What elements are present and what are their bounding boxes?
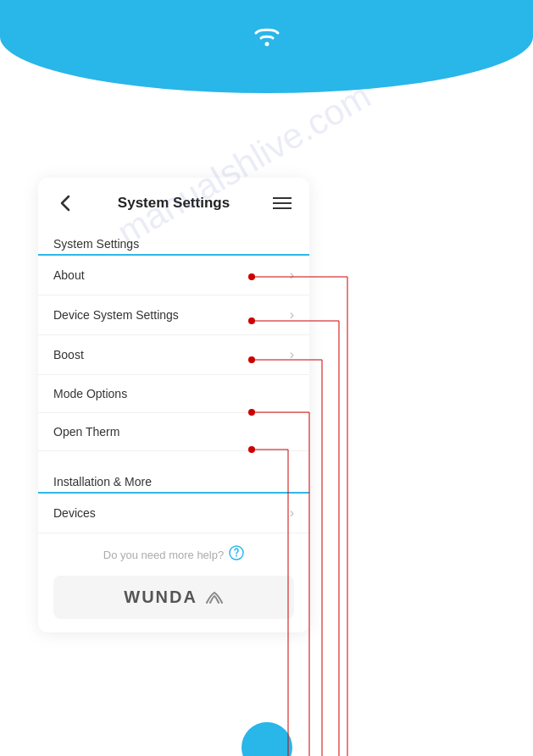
section-gap (38, 451, 309, 465)
chevron-boost-icon: › (290, 347, 294, 362)
back-button[interactable] (53, 191, 77, 215)
menu-item-about-label: About (53, 268, 85, 282)
menu-item-about[interactable]: About › (38, 256, 309, 295)
page-title: System Settings (77, 195, 270, 212)
section-label-system-settings: System Settings (38, 227, 309, 256)
chevron-device-system-icon: › (290, 307, 294, 323)
settings-card: System Settings System Settings About › … (38, 178, 309, 632)
menu-item-device-system-settings[interactable]: Device System Settings › (38, 295, 309, 335)
help-section: Do you need more help? (38, 533, 309, 569)
help-text-label: Do you need more help? (103, 549, 224, 561)
wunda-logo-bar: WUNDA (53, 576, 294, 619)
wunda-logo-text: WUNDA (124, 588, 223, 606)
menu-item-boost-label: Boost (53, 348, 84, 361)
annotation-dot-1 (248, 273, 255, 280)
bottom-circle (242, 722, 292, 756)
menu-button[interactable] (270, 191, 294, 215)
svg-point-0 (264, 42, 269, 47)
help-icon (229, 545, 244, 564)
chevron-about-icon: › (290, 268, 294, 283)
card-header: System Settings (38, 178, 309, 227)
menu-item-open-therm[interactable]: Open Therm (38, 413, 309, 451)
menu-item-open-therm-label: Open Therm (53, 425, 119, 439)
annotation-dot-3 (248, 356, 255, 363)
chevron-devices-icon: › (290, 505, 294, 521)
menu-item-device-system-settings-label: Device System Settings (53, 308, 179, 322)
menu-item-devices[interactable]: Devices › (38, 494, 309, 533)
annotation-dot-4 (248, 409, 255, 416)
menu-item-mode-options-label: Mode Options (53, 387, 127, 400)
annotation-dot-2 (248, 317, 255, 324)
menu-item-mode-options[interactable]: Mode Options (38, 375, 309, 413)
annotation-dot-5 (248, 446, 255, 453)
menu-item-devices-label: Devices (53, 506, 96, 520)
wifi-icon (250, 19, 284, 57)
menu-item-boost[interactable]: Boost › (38, 335, 309, 375)
section-label-installation: Installation & More (38, 465, 309, 494)
